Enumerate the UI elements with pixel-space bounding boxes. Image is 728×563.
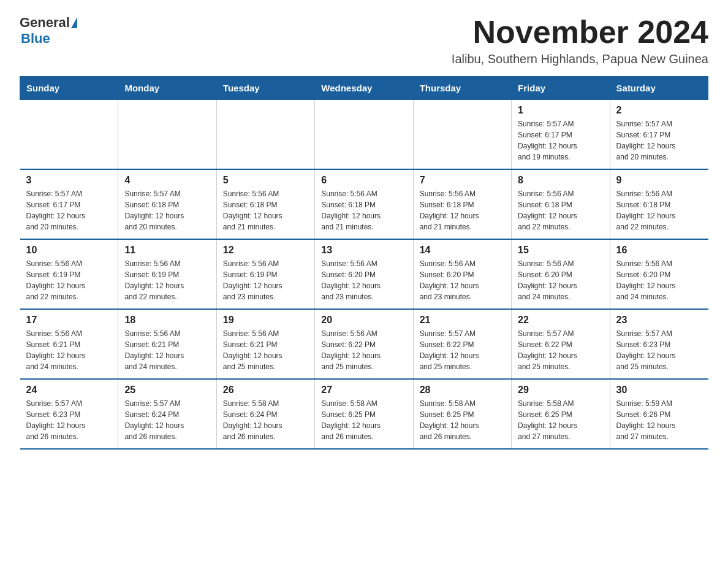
calendar-week-row: 1Sunrise: 5:57 AM Sunset: 6:17 PM Daylig…: [20, 100, 708, 170]
calendar-day-cell: 21Sunrise: 5:57 AM Sunset: 6:22 PM Dayli…: [413, 309, 511, 379]
day-number: 27: [321, 385, 406, 396]
calendar-header-row: SundayMondayTuesdayWednesdayThursdayFrid…: [20, 77, 708, 100]
calendar-day-cell: 28Sunrise: 5:58 AM Sunset: 6:25 PM Dayli…: [413, 379, 511, 449]
day-info: Sunrise: 5:56 AM Sunset: 6:19 PM Dayligh…: [124, 258, 210, 302]
calendar-day-cell: 3Sunrise: 5:57 AM Sunset: 6:17 PM Daylig…: [20, 169, 118, 239]
day-number: 22: [518, 315, 603, 326]
day-info: Sunrise: 5:57 AM Sunset: 6:17 PM Dayligh…: [518, 118, 603, 163]
page-subtitle: Ialibu, Southern Highlands, Papua New Gu…: [452, 52, 708, 66]
calendar-week-row: 24Sunrise: 5:57 AM Sunset: 6:23 PM Dayli…: [20, 379, 708, 449]
weekday-header-thursday: Thursday: [413, 77, 511, 100]
calendar-day-cell: 10Sunrise: 5:56 AM Sunset: 6:19 PM Dayli…: [20, 239, 118, 309]
day-number: 8: [518, 175, 603, 186]
calendar-day-cell: 6Sunrise: 5:56 AM Sunset: 6:18 PM Daylig…: [315, 169, 413, 239]
calendar-day-cell: 17Sunrise: 5:56 AM Sunset: 6:21 PM Dayli…: [20, 309, 118, 379]
calendar-table: SundayMondayTuesdayWednesdayThursdayFrid…: [20, 76, 708, 450]
calendar-day-cell: [20, 100, 118, 170]
calendar-day-cell: 12Sunrise: 5:56 AM Sunset: 6:19 PM Dayli…: [216, 239, 314, 309]
day-info: Sunrise: 5:57 AM Sunset: 6:22 PM Dayligh…: [420, 328, 505, 372]
calendar-day-cell: 25Sunrise: 5:57 AM Sunset: 6:24 PM Dayli…: [118, 379, 216, 449]
day-number: 20: [321, 315, 406, 326]
day-info: Sunrise: 5:56 AM Sunset: 6:21 PM Dayligh…: [223, 328, 308, 372]
calendar-day-cell: 7Sunrise: 5:56 AM Sunset: 6:18 PM Daylig…: [413, 169, 511, 239]
day-number: 14: [420, 245, 505, 256]
calendar-day-cell: 30Sunrise: 5:59 AM Sunset: 6:26 PM Dayli…: [610, 379, 708, 449]
day-number: 1: [518, 105, 603, 116]
day-info: Sunrise: 5:58 AM Sunset: 6:24 PM Dayligh…: [223, 398, 308, 442]
day-info: Sunrise: 5:58 AM Sunset: 6:25 PM Dayligh…: [321, 398, 406, 442]
calendar-week-row: 10Sunrise: 5:56 AM Sunset: 6:19 PM Dayli…: [20, 239, 708, 309]
page-title: November 2024: [452, 15, 708, 50]
day-number: 11: [124, 245, 210, 256]
day-number: 16: [616, 245, 702, 256]
day-number: 4: [124, 175, 210, 186]
calendar-day-cell: 8Sunrise: 5:56 AM Sunset: 6:18 PM Daylig…: [512, 169, 610, 239]
day-number: 7: [420, 175, 505, 186]
day-number: 21: [420, 315, 505, 326]
calendar-day-cell: [118, 100, 216, 170]
day-number: 29: [518, 385, 603, 396]
logo-triangle-icon: [71, 17, 77, 28]
calendar-day-cell: 24Sunrise: 5:57 AM Sunset: 6:23 PM Dayli…: [20, 379, 118, 449]
day-number: 13: [321, 245, 406, 256]
day-number: 26: [223, 385, 308, 396]
day-info: Sunrise: 5:56 AM Sunset: 6:22 PM Dayligh…: [321, 328, 406, 372]
day-info: Sunrise: 5:56 AM Sunset: 6:20 PM Dayligh…: [518, 258, 603, 302]
calendar-day-cell: 22Sunrise: 5:57 AM Sunset: 6:22 PM Dayli…: [512, 309, 610, 379]
day-info: Sunrise: 5:56 AM Sunset: 6:18 PM Dayligh…: [321, 188, 406, 232]
logo-general-text: General: [20, 15, 70, 31]
day-number: 23: [616, 315, 702, 326]
calendar-day-cell: 18Sunrise: 5:56 AM Sunset: 6:21 PM Dayli…: [118, 309, 216, 379]
day-number: 30: [616, 385, 702, 396]
calendar-day-cell: 26Sunrise: 5:58 AM Sunset: 6:24 PM Dayli…: [216, 379, 314, 449]
day-info: Sunrise: 5:57 AM Sunset: 6:17 PM Dayligh…: [616, 118, 702, 163]
day-number: 28: [420, 385, 505, 396]
weekday-header-wednesday: Wednesday: [315, 77, 413, 100]
day-info: Sunrise: 5:58 AM Sunset: 6:25 PM Dayligh…: [518, 398, 603, 442]
title-block: November 2024 Ialibu, Southern Highlands…: [452, 15, 708, 66]
day-info: Sunrise: 5:56 AM Sunset: 6:18 PM Dayligh…: [616, 188, 702, 232]
day-info: Sunrise: 5:56 AM Sunset: 6:18 PM Dayligh…: [420, 188, 505, 232]
day-number: 5: [223, 175, 308, 186]
calendar-day-cell: 23Sunrise: 5:57 AM Sunset: 6:23 PM Dayli…: [610, 309, 708, 379]
weekday-header-friday: Friday: [512, 77, 610, 100]
day-number: 2: [616, 105, 702, 116]
calendar-day-cell: 20Sunrise: 5:56 AM Sunset: 6:22 PM Dayli…: [315, 309, 413, 379]
calendar-day-cell: 1Sunrise: 5:57 AM Sunset: 6:17 PM Daylig…: [512, 100, 610, 170]
day-info: Sunrise: 5:57 AM Sunset: 6:18 PM Dayligh…: [124, 188, 210, 232]
calendar-day-cell: 13Sunrise: 5:56 AM Sunset: 6:20 PM Dayli…: [315, 239, 413, 309]
day-number: 3: [26, 175, 112, 186]
day-info: Sunrise: 5:57 AM Sunset: 6:17 PM Dayligh…: [26, 188, 112, 232]
calendar-day-cell: [315, 100, 413, 170]
page-header: General Blue November 2024 Ialibu, South…: [20, 15, 708, 66]
weekday-header-saturday: Saturday: [610, 77, 708, 100]
calendar-day-cell: 5Sunrise: 5:56 AM Sunset: 6:18 PM Daylig…: [216, 169, 314, 239]
logo-blue-text: Blue: [21, 31, 50, 47]
calendar-day-cell: 9Sunrise: 5:56 AM Sunset: 6:18 PM Daylig…: [610, 169, 708, 239]
day-number: 19: [223, 315, 308, 326]
logo: General Blue: [20, 15, 77, 47]
day-number: 6: [321, 175, 406, 186]
day-info: Sunrise: 5:59 AM Sunset: 6:26 PM Dayligh…: [616, 398, 702, 442]
calendar-day-cell: 16Sunrise: 5:56 AM Sunset: 6:20 PM Dayli…: [610, 239, 708, 309]
calendar-day-cell: 15Sunrise: 5:56 AM Sunset: 6:20 PM Dayli…: [512, 239, 610, 309]
day-info: Sunrise: 5:56 AM Sunset: 6:20 PM Dayligh…: [321, 258, 406, 302]
calendar-week-row: 17Sunrise: 5:56 AM Sunset: 6:21 PM Dayli…: [20, 309, 708, 379]
day-info: Sunrise: 5:56 AM Sunset: 6:18 PM Dayligh…: [518, 188, 603, 232]
calendar-week-row: 3Sunrise: 5:57 AM Sunset: 6:17 PM Daylig…: [20, 169, 708, 239]
day-info: Sunrise: 5:57 AM Sunset: 6:24 PM Dayligh…: [124, 398, 210, 442]
calendar-day-cell: 27Sunrise: 5:58 AM Sunset: 6:25 PM Dayli…: [315, 379, 413, 449]
day-info: Sunrise: 5:56 AM Sunset: 6:19 PM Dayligh…: [223, 258, 308, 302]
calendar-day-cell: 4Sunrise: 5:57 AM Sunset: 6:18 PM Daylig…: [118, 169, 216, 239]
day-info: Sunrise: 5:56 AM Sunset: 6:19 PM Dayligh…: [26, 258, 112, 302]
day-info: Sunrise: 5:56 AM Sunset: 6:20 PM Dayligh…: [420, 258, 505, 302]
weekday-header-sunday: Sunday: [20, 77, 118, 100]
day-number: 10: [26, 245, 112, 256]
day-info: Sunrise: 5:57 AM Sunset: 6:23 PM Dayligh…: [616, 328, 702, 372]
day-number: 9: [616, 175, 702, 186]
calendar-day-cell: 19Sunrise: 5:56 AM Sunset: 6:21 PM Dayli…: [216, 309, 314, 379]
calendar-day-cell: [216, 100, 314, 170]
day-number: 15: [518, 245, 603, 256]
calendar-day-cell: 2Sunrise: 5:57 AM Sunset: 6:17 PM Daylig…: [610, 100, 708, 170]
weekday-header-tuesday: Tuesday: [216, 77, 314, 100]
